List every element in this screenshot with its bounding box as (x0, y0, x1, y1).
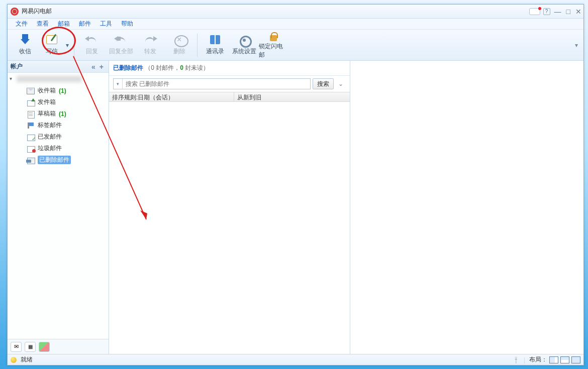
tab-calendar[interactable]: ▦ (25, 342, 36, 352)
folder-outbox[interactable]: 发件箱 (8, 96, 109, 108)
layout-vertical[interactable] (549, 356, 558, 363)
receive-label: 收信 (19, 47, 31, 56)
settings-button[interactable]: 系统设置 (230, 31, 259, 59)
maximize-button[interactable]: □ (566, 8, 570, 15)
toolbar-expand[interactable]: ▾ (572, 31, 580, 59)
status-text: 就绪 (21, 355, 33, 364)
menu-file[interactable]: 文件 (12, 19, 32, 29)
folder-count: (1) (59, 110, 66, 117)
forward-icon (143, 34, 157, 46)
compose-dropdown[interactable]: ▾ (64, 31, 71, 59)
toolbar-separator (74, 34, 74, 57)
menu-help[interactable]: 帮助 (117, 19, 137, 29)
search-row: ▾ 搜索 ⌄ (109, 76, 350, 92)
reply-label: 回复 (86, 47, 98, 56)
sidebar-collapse[interactable]: « (89, 63, 97, 71)
list-header: 已删除邮件 （0 封邮件，0 封未读） (109, 61, 350, 76)
compose-icon (45, 34, 59, 46)
menu-view[interactable]: 查看 (33, 19, 53, 29)
reply-button: 回复 (77, 31, 107, 59)
sort-order[interactable]: 从新到旧 (234, 92, 350, 101)
search-box: ▾ (113, 78, 311, 89)
titlebar: 网易闪电邮 ? — □ ✕ (8, 5, 583, 19)
menu-mailbox[interactable]: 邮箱 (54, 19, 74, 29)
lock-label: 锁定闪电邮 (259, 42, 288, 59)
account-name (17, 76, 82, 82)
bulb-icon (11, 357, 17, 363)
gear-icon (237, 34, 251, 46)
app-window: 网易闪电邮 ? — □ ✕ 文件 查看 邮箱 邮件 工具 帮助 收信 (7, 4, 584, 365)
layout-label: 布局： (529, 355, 547, 364)
sidebar-header-label: 帐户 (11, 62, 23, 71)
menu-mail[interactable]: 邮件 (75, 19, 95, 29)
compose-label: 写信 (46, 47, 58, 56)
folder-label: 标签邮件 (38, 121, 62, 130)
preview-pane (350, 61, 583, 354)
reply-all-label: 回复全部 (109, 47, 133, 56)
sort-rule[interactable]: 排序规则:日期（会话） (109, 92, 234, 101)
search-scope-dropdown[interactable]: ▾ (114, 79, 123, 89)
menubar: 文件 查看 邮箱 邮件 工具 帮助 (8, 19, 583, 30)
layout-list[interactable] (571, 356, 580, 363)
toolbar-separator (197, 34, 198, 57)
reply-all-icon (114, 34, 128, 46)
tab-notes[interactable] (39, 342, 50, 352)
notification-icon[interactable] (529, 8, 540, 15)
lock-icon (266, 31, 280, 41)
folder-drafts[interactable]: 草稿箱 (1) (8, 108, 109, 119)
forward-label: 转发 (144, 47, 156, 56)
titlebar-tray: ? (529, 8, 550, 15)
lock-button[interactable]: 锁定闪电邮 (259, 31, 288, 59)
folder-tagged[interactable]: 标签邮件 (8, 119, 109, 131)
delete-icon (174, 35, 188, 47)
mail-list-pane: 已删除邮件 （0 封邮件，0 封未读） ▾ 搜索 ⌄ 排序规则:日期（会话） 从… (109, 61, 350, 354)
account-node[interactable] (8, 75, 109, 85)
folder-label: 已发邮件 (38, 133, 62, 141)
folder-deleted[interactable]: 已删除邮件 (8, 154, 109, 166)
compose-button[interactable]: 写信 (40, 31, 64, 59)
search-button[interactable]: 搜索 (313, 78, 334, 89)
minimize-button[interactable]: — (554, 8, 561, 15)
menu-tools[interactable]: 工具 (96, 19, 116, 29)
search-options[interactable]: ⌄ (336, 78, 346, 89)
forward-button: 转发 (136, 31, 165, 59)
sort-bar[interactable]: 排序规则:日期（会话） 从新到旧 (109, 92, 350, 102)
receive-button[interactable]: 收信 (11, 31, 40, 59)
reply-icon (85, 34, 99, 46)
tag-icon (27, 122, 35, 129)
search-input[interactable] (123, 79, 310, 89)
folder-sent[interactable]: 已发邮件 (8, 131, 109, 143)
folder-label: 发件箱 (38, 98, 56, 106)
spam-icon (27, 145, 35, 152)
folder-spam[interactable]: 垃圾邮件 (8, 143, 109, 154)
folder-label: 已删除邮件 (38, 156, 71, 164)
layout-switcher: 布局： (529, 355, 580, 364)
deleted-icon (27, 157, 35, 164)
attachment-icon[interactable]: ⭱ (513, 356, 520, 364)
sidebar-bottom-tabs: ✉ ▦ (8, 339, 109, 354)
folder-tree: 收件箱 (1) 发件箱 草稿箱 (1) 标签邮件 (8, 73, 109, 339)
folder-label: 垃圾邮件 (38, 144, 62, 153)
outbox-icon (27, 99, 35, 106)
sidebar-add-account[interactable]: + (97, 63, 106, 71)
close-button[interactable]: ✕ (575, 8, 581, 15)
folder-inbox[interactable]: 收件箱 (1) (8, 85, 109, 96)
sidebar: 帐户 « + 收件箱 (1) 发件箱 草稿箱 (8, 61, 109, 354)
delete-label: 删除 (173, 47, 185, 56)
app-title: 网易闪电邮 (22, 7, 52, 16)
drafts-icon (27, 110, 35, 117)
delete-button: 删除 (165, 31, 194, 59)
sent-icon (27, 134, 35, 141)
help-button[interactable]: ? (543, 8, 550, 15)
mail-list-body (109, 102, 350, 354)
tab-mail[interactable]: ✉ (11, 342, 22, 352)
toolbar: 收信 写信 ▾ 回复 回复全部 转发 删除 通讯录 (8, 30, 583, 61)
layout-horizontal[interactable] (560, 356, 569, 363)
list-title: 已删除邮件 (113, 64, 143, 71)
inbox-icon (27, 87, 35, 94)
statusbar: 就绪 ⭱ | 布局： (8, 354, 583, 365)
app-icon (11, 8, 19, 16)
sidebar-header: 帐户 « + (8, 61, 109, 73)
folder-label: 收件箱 (38, 86, 56, 95)
contacts-button[interactable]: 通讯录 (201, 31, 230, 59)
